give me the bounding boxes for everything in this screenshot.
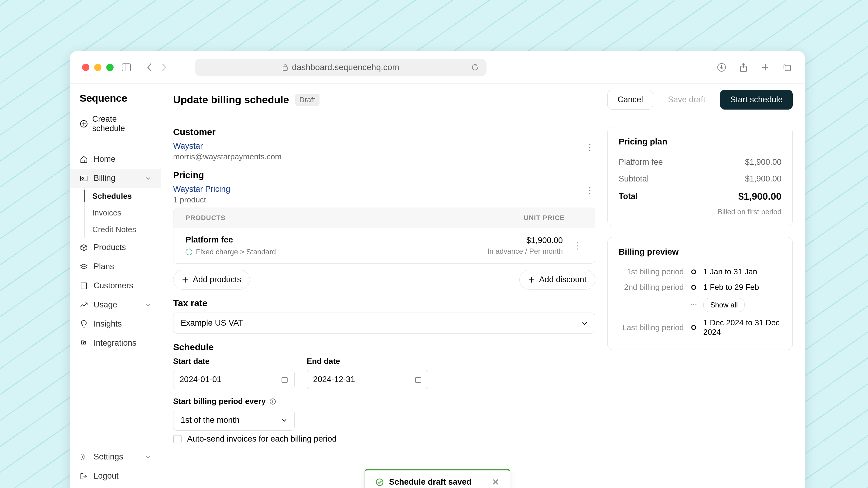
main-content: Update billing schedule Draft Cancel Sav… bbox=[161, 84, 805, 488]
nav-integrations-label: Integrations bbox=[94, 338, 136, 348]
billing-preview-heading: Billing preview bbox=[619, 247, 781, 257]
product-schedule: In advance / Per month bbox=[488, 247, 563, 256]
product-meta: Fixed charge > Standard bbox=[196, 248, 276, 256]
new-tab-icon[interactable] bbox=[760, 62, 771, 73]
back-button[interactable] bbox=[144, 62, 155, 73]
ellipsis-icon: ⋮ bbox=[690, 301, 697, 308]
toast-notification: Schedule draft saved ✕ bbox=[365, 469, 510, 488]
product-row-menu-button[interactable]: ⋮ bbox=[572, 240, 583, 251]
sidebar-toggle-icon[interactable] bbox=[121, 62, 132, 73]
minimize-window-button[interactable] bbox=[94, 64, 101, 71]
nav-billing-label: Billing bbox=[94, 173, 116, 183]
share-icon[interactable] bbox=[738, 62, 749, 73]
nav-logout[interactable]: Logout bbox=[70, 466, 161, 486]
pricing-name-link[interactable]: Waystar Pricing bbox=[173, 185, 230, 194]
auto-send-checkbox-row[interactable]: Auto-send invoices for each billing peri… bbox=[173, 434, 595, 444]
nav-settings[interactable]: Settings bbox=[70, 447, 161, 466]
tabs-icon[interactable] bbox=[782, 62, 793, 73]
chevron-down-icon bbox=[146, 303, 151, 307]
schedule-heading: Schedule bbox=[173, 342, 595, 352]
svg-point-38 bbox=[272, 400, 273, 400]
period-1-label: 1st billing period bbox=[619, 267, 684, 276]
nav-usage[interactable]: Usage bbox=[70, 295, 161, 315]
customer-name-link[interactable]: Waystar bbox=[173, 141, 282, 151]
nav-billing[interactable]: Billing bbox=[70, 169, 161, 188]
reload-button[interactable] bbox=[469, 62, 480, 73]
end-date-input[interactable]: 2024-12-31 bbox=[307, 370, 428, 389]
app-body: Sequence Create schedule Home Billing bbox=[70, 84, 805, 488]
period-last-value: 1 Dec 2024 to 31 Dec 2024 bbox=[703, 318, 781, 337]
start-date-input[interactable]: 2024-01-01 bbox=[173, 370, 294, 389]
end-date-label: End date bbox=[307, 357, 428, 366]
svg-rect-28 bbox=[282, 378, 287, 382]
end-date-value: 2024-12-31 bbox=[313, 375, 355, 384]
nav-settings-label: Settings bbox=[94, 452, 123, 462]
create-schedule-link[interactable]: Create schedule bbox=[70, 110, 161, 137]
timeline-dot bbox=[691, 325, 696, 330]
toast-close-button[interactable]: ✕ bbox=[492, 477, 499, 487]
period-2-label: 2nd billing period bbox=[619, 283, 684, 292]
forward-button[interactable] bbox=[158, 62, 169, 73]
svg-rect-0 bbox=[122, 64, 131, 71]
start-schedule-button[interactable]: Start schedule bbox=[720, 90, 793, 109]
plan-total-label: Total bbox=[619, 192, 638, 201]
address-bar[interactable]: dashboard.sequencehq.com bbox=[195, 59, 487, 76]
nav-insights[interactable]: Insights bbox=[70, 315, 161, 333]
nav-home[interactable]: Home bbox=[70, 150, 161, 169]
plan-subtotal-label: Subtotal bbox=[619, 174, 649, 184]
cancel-button[interactable]: Cancel bbox=[608, 90, 653, 109]
svg-rect-2 bbox=[283, 67, 287, 70]
pricing-count: 1 product bbox=[173, 195, 230, 204]
svg-point-39 bbox=[376, 479, 383, 486]
products-table: PRODUCTS UNIT PRICE Platform fee Fixed c… bbox=[173, 207, 595, 264]
add-products-button[interactable]: Add products bbox=[173, 270, 250, 290]
customer-heading: Customer bbox=[173, 127, 595, 137]
nav-usage-label: Usage bbox=[94, 300, 117, 310]
auto-send-label: Auto-send invoices for each billing peri… bbox=[187, 434, 337, 444]
col-price-header: UNIT PRICE bbox=[524, 214, 565, 222]
nav-integrations[interactable]: Integrations bbox=[70, 333, 161, 353]
nav-plans[interactable]: Plans bbox=[70, 257, 161, 276]
product-price: $1,900.00 bbox=[488, 236, 563, 245]
nav-credit-notes[interactable]: Credit Notes bbox=[85, 221, 161, 238]
chevron-down-icon bbox=[146, 176, 151, 180]
svg-point-15 bbox=[82, 177, 84, 180]
svg-rect-16 bbox=[81, 283, 87, 289]
info-icon[interactable] bbox=[269, 398, 276, 405]
calendar-icon bbox=[281, 376, 288, 383]
tax-rate-select[interactable]: Example US VAT bbox=[173, 313, 595, 333]
nav-products[interactable]: Products bbox=[70, 238, 161, 257]
billing-period-select[interactable]: 1st of the month bbox=[173, 410, 294, 431]
add-discount-button[interactable]: Add discount bbox=[519, 270, 595, 290]
chevron-down-icon bbox=[282, 419, 287, 422]
tax-rate-value: Example US VAT bbox=[181, 318, 243, 328]
pricing-plan-heading: Pricing plan bbox=[619, 137, 781, 147]
start-date-value: 2024-01-01 bbox=[180, 375, 221, 384]
pricing-menu-button[interactable]: ⋮ bbox=[584, 185, 595, 195]
add-discount-label: Add discount bbox=[539, 275, 586, 284]
billing-period-value: 1st of the month bbox=[181, 416, 240, 425]
auto-send-checkbox[interactable] bbox=[173, 435, 182, 444]
maximize-window-button[interactable] bbox=[106, 64, 114, 71]
svg-rect-32 bbox=[415, 378, 421, 382]
download-icon[interactable] bbox=[716, 62, 727, 73]
plan-subtotal-value: $1,900.00 bbox=[745, 174, 781, 184]
plan-total-value: $1,900.00 bbox=[738, 191, 781, 202]
toast-message: Schedule draft saved bbox=[389, 477, 472, 487]
plan-note: Billed on first period bbox=[619, 207, 781, 216]
save-draft-button[interactable]: Save draft bbox=[658, 90, 715, 109]
summary-column: Pricing plan Platform fee $1,900.00 Subt… bbox=[608, 116, 805, 488]
nav-invoices[interactable]: Invoices bbox=[85, 204, 161, 221]
period-2-value: 1 Feb to 29 Feb bbox=[703, 283, 781, 292]
layers-icon bbox=[80, 262, 88, 271]
box-icon bbox=[80, 243, 88, 252]
chevron-down-icon bbox=[582, 321, 588, 325]
nav-schedules[interactable]: Schedules bbox=[85, 188, 161, 204]
start-date-label: Start date bbox=[173, 357, 294, 366]
customer-menu-button[interactable]: ⋮ bbox=[584, 141, 595, 152]
close-window-button[interactable] bbox=[82, 64, 89, 71]
window-controls bbox=[82, 64, 114, 71]
charge-type-icon bbox=[186, 249, 192, 255]
nav-customers[interactable]: Customers bbox=[70, 276, 161, 295]
show-all-button[interactable]: Show all bbox=[703, 298, 745, 312]
